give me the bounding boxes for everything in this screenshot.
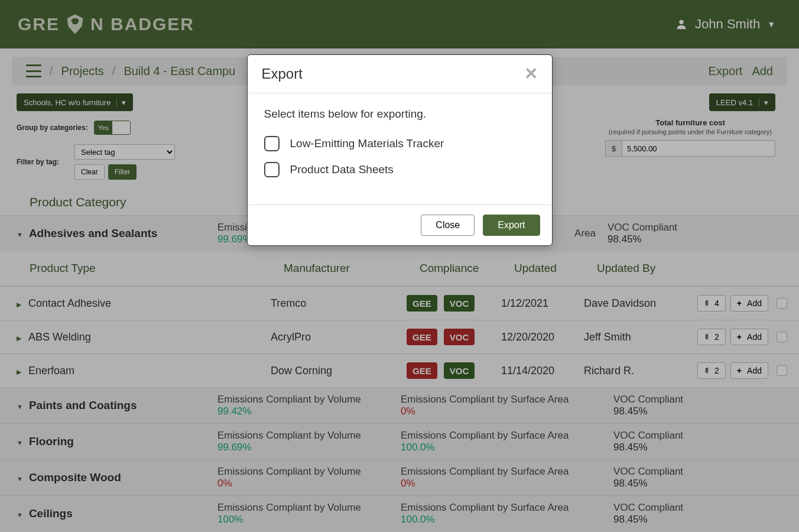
checkbox-product-data[interactable] — [264, 162, 280, 177]
modal-lead: Select items below for exporting. — [264, 108, 535, 121]
modal-overlay: Export ✕ Select items below for exportin… — [0, 0, 799, 532]
modal-title: Export — [262, 66, 303, 82]
close-button[interactable]: Close — [421, 215, 475, 236]
export-button[interactable]: Export — [483, 215, 540, 236]
opt-low-emitting: Low-Emitting Materials Tracker — [290, 137, 444, 150]
export-modal: Export ✕ Select items below for exportin… — [247, 54, 553, 246]
checkbox-low-emitting[interactable] — [264, 136, 280, 151]
close-icon[interactable]: ✕ — [524, 66, 538, 82]
opt-product-data: Product Data Sheets — [290, 163, 394, 176]
